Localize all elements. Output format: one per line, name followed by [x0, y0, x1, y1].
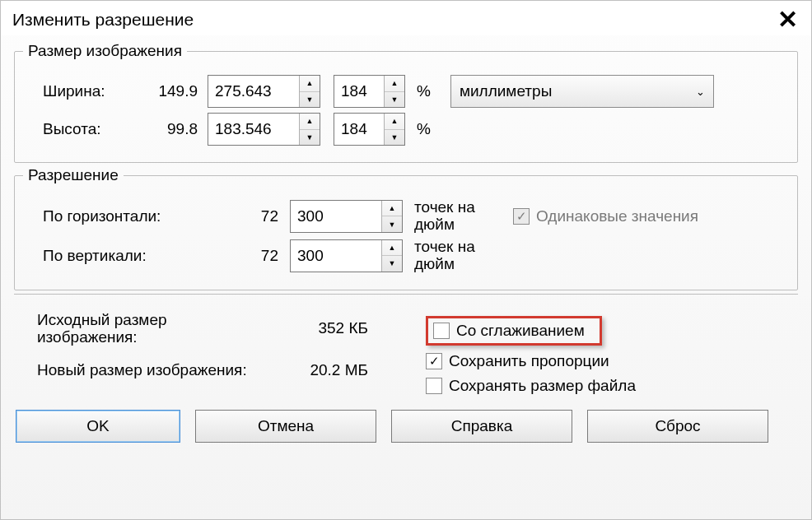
new-size-row: Новый размер изображения: 20.2 МБ — [22, 361, 426, 379]
titlebar: Изменить разрешение ✕ — [1, 1, 811, 35]
spin-down-icon[interactable]: ▼ — [382, 256, 402, 272]
dpi-label: точек на дюйм — [414, 199, 505, 234]
antialias-row: Со сглаживанием — [426, 316, 790, 346]
horiz-label: По горизонтали: — [26, 207, 240, 225]
height-pct-spin-buttons: ▲ ▼ — [384, 114, 404, 145]
horiz-row: По горизонтали: 72 ▲ ▼ точек на дюйм ✓ О… — [26, 199, 786, 234]
height-spinner[interactable]: ▲ ▼ — [208, 113, 320, 146]
spin-down-icon[interactable]: ▼ — [300, 92, 320, 108]
vert-input[interactable] — [291, 240, 381, 272]
horiz-old-value: 72 — [240, 207, 290, 225]
width-label: Ширина: — [26, 82, 150, 100]
height-pct-input[interactable] — [334, 114, 384, 145]
ok-button[interactable]: OK — [16, 410, 180, 443]
horiz-spin-buttons: ▲ ▼ — [381, 201, 402, 232]
spin-up-icon[interactable]: ▲ — [300, 114, 320, 130]
keep-file-label: Сохранять размер файла — [449, 377, 636, 395]
width-row: Ширина: 149.9 ▲ ▼ ▲ ▼ % — [26, 75, 786, 108]
width-spinner[interactable]: ▲ ▼ — [208, 75, 320, 108]
width-input[interactable] — [208, 76, 299, 107]
dialog-title: Изменить разрешение — [12, 10, 194, 30]
button-row: OK Отмена Справка Сброс — [1, 402, 811, 454]
highlight-box: Со сглаживанием — [426, 316, 602, 346]
keep-file-row: Сохранять размер файла — [426, 377, 790, 395]
same-values-label: Одинаковые значения — [536, 207, 698, 225]
same-values-check: ✓ Одинаковые значения — [513, 207, 698, 225]
keep-prop-row: ✓ Сохранить пропорции — [426, 352, 790, 370]
spin-down-icon[interactable]: ▼ — [385, 92, 404, 108]
chevron-down-icon: ⌄ — [696, 86, 705, 98]
resize-dialog: Изменить разрешение ✕ Размер изображения… — [0, 0, 812, 520]
spin-up-icon[interactable]: ▲ — [385, 114, 404, 130]
keep-file-checkbox[interactable] — [426, 378, 442, 394]
width-pct-spinner[interactable]: ▲ ▼ — [334, 75, 405, 108]
vert-spinner[interactable]: ▲ ▼ — [290, 239, 403, 272]
divider — [14, 294, 798, 295]
vert-old-value: 72 — [240, 247, 290, 265]
antialias-label: Со сглаживанием — [456, 322, 585, 340]
height-old-value: 99.8 — [150, 120, 208, 138]
height-row: Высота: 99.8 ▲ ▼ ▲ ▼ % — [26, 113, 786, 146]
keep-prop-label: Сохранить пропорции — [449, 352, 609, 370]
new-size-label: Новый размер изображения: — [22, 361, 269, 379]
image-size-group: Размер изображения Ширина: 149.9 ▲ ▼ ▲ — [14, 42, 798, 163]
info-section: Исходный размер изображения: 352 КБ Новы… — [14, 301, 798, 402]
dialog-content: Размер изображения Ширина: 149.9 ▲ ▼ ▲ — [1, 35, 811, 402]
spin-up-icon[interactable]: ▲ — [382, 201, 402, 217]
keep-prop-checkbox[interactable]: ✓ — [426, 353, 442, 369]
new-size-value: 20.2 МБ — [269, 361, 368, 379]
height-spin-buttons: ▲ ▼ — [299, 114, 320, 145]
width-old-value: 149.9 — [150, 82, 208, 100]
width-pct-spin-buttons: ▲ ▼ — [384, 76, 404, 107]
spin-up-icon[interactable]: ▲ — [385, 76, 404, 92]
vert-spin-buttons: ▲ ▼ — [381, 240, 402, 272]
orig-size-row: Исходный размер изображения: 352 КБ — [22, 311, 426, 347]
help-button[interactable]: Справка — [391, 410, 572, 443]
orig-size-value: 352 КБ — [269, 319, 368, 337]
unit-select-value: миллиметры — [460, 82, 552, 100]
checkbox-icon: ✓ — [513, 208, 530, 225]
percent-symbol: % — [417, 120, 431, 138]
antialias-checkbox[interactable] — [433, 323, 450, 339]
spin-down-icon[interactable]: ▼ — [382, 216, 402, 232]
resolution-legend: Разрешение — [23, 166, 124, 184]
reset-button[interactable]: Сброс — [587, 410, 768, 443]
spin-up-icon[interactable]: ▲ — [300, 76, 320, 92]
image-size-legend: Размер изображения — [23, 42, 187, 60]
orig-size-label: Исходный размер изображения: — [22, 311, 269, 347]
resolution-group: Разрешение По горизонтали: 72 ▲ ▼ точек … — [14, 166, 798, 290]
spin-down-icon[interactable]: ▼ — [385, 130, 404, 146]
vert-label: По вертикали: — [26, 247, 240, 265]
cancel-button[interactable]: Отмена — [195, 410, 376, 443]
percent-symbol: % — [417, 82, 431, 100]
height-input[interactable] — [208, 114, 299, 145]
info-right: Со сглаживанием ✓ Сохранить пропорции Со… — [426, 304, 790, 402]
width-pct-input[interactable] — [334, 76, 384, 107]
close-icon[interactable]: ✕ — [772, 7, 803, 32]
horiz-input[interactable] — [291, 201, 381, 232]
unit-select[interactable]: миллиметры ⌄ — [450, 75, 714, 108]
dpi-label: точек на дюйм — [414, 239, 505, 273]
horiz-spinner[interactable]: ▲ ▼ — [290, 200, 403, 233]
height-label: Высота: — [26, 120, 150, 138]
width-spin-buttons: ▲ ▼ — [299, 76, 320, 107]
spin-down-icon[interactable]: ▼ — [300, 130, 320, 146]
vert-row: По вертикали: 72 ▲ ▼ точек на дюйм — [26, 239, 786, 273]
height-pct-spinner[interactable]: ▲ ▼ — [334, 113, 405, 146]
info-left: Исходный размер изображения: 352 КБ Новы… — [22, 304, 426, 402]
spin-up-icon[interactable]: ▲ — [382, 240, 402, 257]
